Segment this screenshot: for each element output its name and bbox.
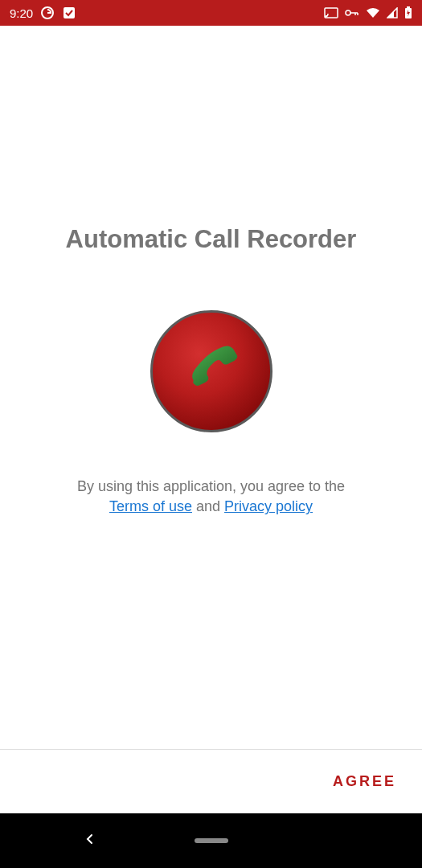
terms-text: By using this application, you agree to … [45, 477, 377, 517]
content-area: Automatic Call Recorder By using this ap… [0, 26, 422, 749]
terms-intro: By using this application, you agree to … [77, 478, 345, 494]
agree-button[interactable]: AGREE [333, 773, 396, 790]
app-title: Automatic Call Recorder [66, 225, 357, 254]
wifi-icon [366, 7, 380, 18]
back-icon[interactable] [84, 833, 96, 848]
privacy-policy-link[interactable]: Privacy policy [224, 498, 313, 514]
svg-rect-5 [407, 6, 410, 8]
status-bar: 9:20 [0, 0, 422, 26]
terms-of-use-link[interactable]: Terms of use [109, 498, 192, 514]
footer: AGREE [0, 749, 422, 813]
app-status-icon [62, 6, 76, 20]
status-left: 9:20 [10, 6, 76, 20]
svg-rect-1 [64, 7, 75, 18]
status-time: 9:20 [10, 6, 33, 20]
key-icon [345, 9, 359, 17]
battery-icon [404, 6, 412, 19]
signal-icon [387, 7, 398, 18]
google-icon [41, 6, 54, 19]
app-logo-icon [150, 310, 272, 432]
navigation-bar [0, 813, 422, 868]
status-right [324, 6, 412, 19]
home-indicator[interactable] [195, 838, 228, 843]
main-content: Automatic Call Recorder By using this ap… [0, 26, 422, 813]
terms-and: and [192, 498, 224, 514]
svg-point-3 [346, 10, 350, 15]
cast-icon [324, 7, 338, 18]
